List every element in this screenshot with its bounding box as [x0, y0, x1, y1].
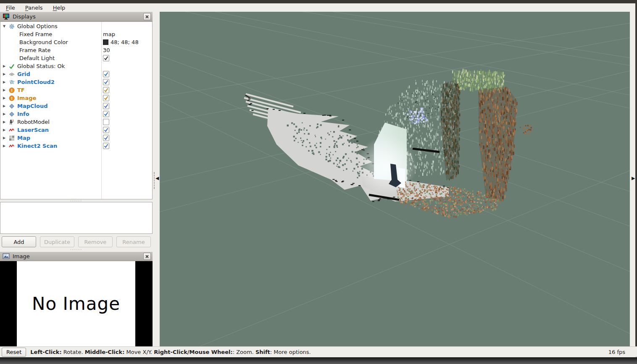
check-icon — [9, 63, 17, 69]
diamond-icon — [9, 111, 17, 117]
menu-file[interactable]: File — [6, 5, 15, 11]
rename-button[interactable]: Rename — [116, 236, 151, 247]
reset-button[interactable]: Reset — [2, 348, 26, 357]
display-label-kinect2-scan: Kinect2 Scan — [17, 143, 57, 149]
display-row-default-light[interactable]: Default Light — [0, 54, 152, 62]
display-row-global-status-ok[interactable]: ▶Global Status: Ok — [0, 62, 152, 70]
display-row-image[interactable]: ▶!Image — [0, 94, 152, 102]
displays-close-button[interactable] — [143, 13, 151, 20]
expander-closed-icon[interactable]: ▶ — [0, 112, 9, 116]
expander-closed-icon[interactable]: ▶ — [0, 88, 9, 92]
laser-icon — [9, 143, 17, 149]
help-bold: Left-Click: — [30, 349, 61, 355]
info-checkbox[interactable] — [103, 111, 109, 117]
expander-closed-icon[interactable]: ▶ — [0, 144, 9, 148]
close-icon — [145, 255, 149, 258]
laserscan-checkbox[interactable] — [103, 127, 109, 133]
expander-closed-icon[interactable]: ▶ — [0, 120, 9, 124]
mapcloud-checkbox[interactable] — [103, 103, 109, 109]
help-bold: Middle-Click: — [85, 349, 125, 355]
display-label-pointcloud2: PointCloud2 — [17, 79, 55, 85]
displays-tree[interactable]: ▼Global OptionsFixed FramemapBackground … — [0, 21, 153, 199]
display-row-grid[interactable]: ▶Grid — [0, 70, 152, 78]
resize-grip[interactable] — [634, 355, 635, 356]
collapse-left-icon[interactable]: ◀ — [155, 175, 159, 181]
no-image-text: No Image — [32, 293, 120, 314]
help-normal: : More options. — [270, 349, 311, 355]
window-bottom-shadow — [0, 357, 637, 364]
map-checkbox[interactable] — [103, 135, 109, 141]
display-row-background-color[interactable]: Background Color48; 48; 48 — [0, 38, 152, 46]
window-top-border — [0, 0, 637, 3]
display-row-frame-rate[interactable]: Frame Rate30 — [0, 46, 152, 54]
pointcloud2-checkbox[interactable] — [103, 79, 109, 85]
grid-checkbox[interactable] — [103, 71, 109, 77]
image-close-button[interactable] — [143, 253, 151, 260]
help-bold: Right-Click/Mouse Wheel: — [154, 349, 232, 355]
image-icon — [3, 253, 10, 259]
kinect2-scan-checkbox[interactable] — [103, 143, 109, 149]
image-panel-titlebar[interactable]: Image — [0, 252, 153, 261]
display-label-mapcloud: MapCloud — [17, 103, 48, 109]
remove-button[interactable]: Remove — [78, 236, 113, 247]
expander-closed-icon[interactable]: ▶ — [0, 104, 9, 108]
menu-help[interactable]: Help — [53, 5, 66, 11]
display-row-pointcloud2[interactable]: ▶PointCloud2 — [0, 78, 152, 86]
warn-icon: ! — [9, 87, 17, 93]
display-row-laserscan[interactable]: ▶LaserScan — [0, 126, 152, 134]
property-value-frame-rate[interactable]: 30 — [103, 47, 110, 53]
display-row-mapcloud[interactable]: ▶MapCloud — [0, 102, 152, 110]
display-label-grid: Grid — [17, 71, 30, 77]
display-label-laserscan: LaserScan — [17, 127, 49, 133]
display-row-robotmodel[interactable]: ▶RobotModel — [0, 118, 152, 126]
image-panel-title: Image — [13, 253, 30, 259]
robotmodel-checkbox[interactable] — [103, 119, 109, 125]
display-row-info[interactable]: ▶Info — [0, 110, 152, 118]
expand-right-icon[interactable]: ▶ — [632, 175, 635, 181]
property-value-background-color[interactable]: 48; 48; 48 — [111, 39, 139, 45]
display-row-tf[interactable]: ▶!TF — [0, 86, 152, 94]
expander-closed-icon[interactable]: ▶ — [0, 72, 9, 76]
left-splitter[interactable]: ◀ — [153, 12, 160, 346]
display-label-robotmodel: RobotModel — [17, 119, 50, 125]
3d-viewport[interactable] — [160, 12, 630, 346]
expander-open-icon[interactable]: ▼ — [0, 24, 9, 28]
svg-text:!: ! — [11, 96, 13, 100]
expander-closed-icon[interactable]: ▶ — [0, 96, 9, 100]
display-label-map: Map — [17, 135, 30, 141]
menu-help-mnemonic: H — [53, 5, 57, 11]
color-swatch[interactable] — [103, 39, 108, 45]
property-value-fixed-frame[interactable]: map — [103, 31, 115, 37]
display-row-global-options[interactable]: ▼Global Options — [0, 22, 152, 30]
menu-file-rest: ile — [9, 5, 15, 11]
displays-panel-titlebar[interactable]: Displays — [0, 12, 153, 21]
menu-panels-rest: anels — [28, 5, 43, 11]
pointcloud-icon — [9, 79, 17, 85]
svg-text:!: ! — [11, 88, 13, 92]
help-normal: Move X/Y. — [124, 349, 154, 355]
display-row-map[interactable]: ▶Map — [0, 134, 152, 142]
display-row-kinect2-scan[interactable]: ▶Kinect2 Scan — [0, 142, 152, 150]
display-label-global-options: Global Options — [17, 23, 58, 29]
image-panel-view: No Image — [0, 261, 153, 346]
status-bar: Reset Left-Click: Rotate. Middle-Click: … — [0, 346, 637, 357]
menu-panels[interactable]: Panels — [25, 5, 43, 11]
add-button[interactable]: Add — [2, 236, 36, 247]
duplicate-button[interactable]: Duplicate — [40, 236, 74, 247]
splitter-dots[interactable]: ······ — [0, 249, 153, 251]
displays-panel-title: Displays — [13, 13, 36, 20]
expander-closed-icon[interactable]: ▶ — [0, 136, 9, 140]
display-row-fixed-frame[interactable]: Fixed Framemap — [0, 30, 152, 38]
expander-closed-icon[interactable]: ▶ — [0, 80, 9, 84]
help-normal: : Zoom. — [233, 349, 255, 355]
default-light-checkbox[interactable] — [103, 55, 109, 61]
image-checkbox[interactable] — [103, 95, 109, 101]
expander-closed-icon[interactable]: ▶ — [0, 128, 9, 132]
window-right-border — [635, 0, 637, 346]
display-label-frame-rate: Frame Rate — [19, 47, 50, 53]
menu-bar: File Panels Help — [0, 3, 637, 12]
diamond-icon — [9, 103, 17, 109]
expander-closed-icon[interactable]: ▶ — [0, 64, 9, 68]
help-bold: Shift — [255, 349, 270, 355]
tf-checkbox[interactable] — [103, 87, 109, 93]
